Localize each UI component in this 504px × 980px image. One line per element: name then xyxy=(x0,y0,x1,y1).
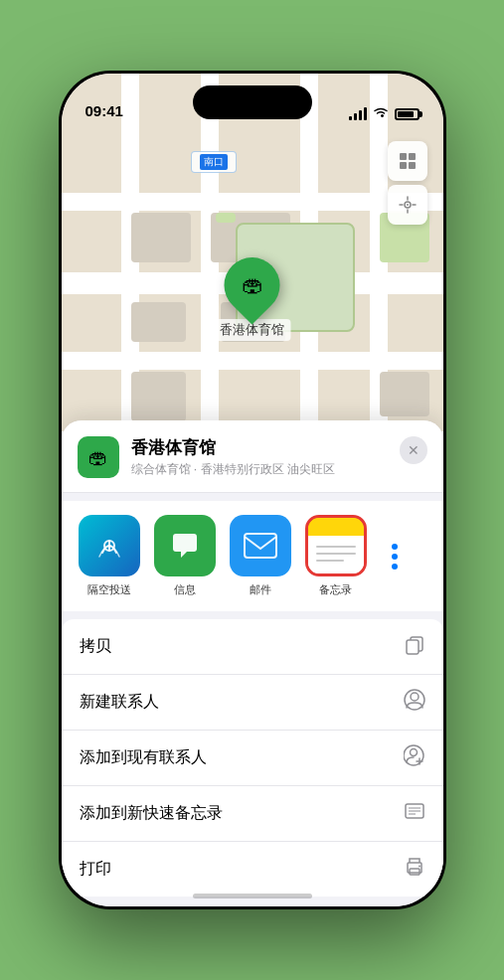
messages-icon xyxy=(154,515,216,576)
share-item-messages[interactable]: 信息 xyxy=(153,515,217,597)
action-list: 拷贝 新建联系人 xyxy=(62,619,443,897)
battery-icon xyxy=(395,108,420,120)
status-time: 09:41 xyxy=(85,102,123,121)
add-existing-contact-icon xyxy=(404,744,425,771)
mail-icon xyxy=(230,515,291,576)
airdrop-icon xyxy=(79,515,140,576)
more-dots-icon xyxy=(392,544,398,570)
map-type-button[interactable] xyxy=(388,141,427,181)
svg-rect-0 xyxy=(400,153,407,160)
svg-rect-8 xyxy=(245,534,276,558)
new-contact-icon xyxy=(404,689,425,716)
share-item-airdrop[interactable]: 隔空投送 xyxy=(78,515,141,597)
venue-subtitle: 综合体育馆 · 香港特别行政区 油尖旺区 xyxy=(131,461,388,478)
svg-point-23 xyxy=(419,866,420,868)
phone-frame: 09:41 xyxy=(59,71,446,909)
share-row: 隔空投送 信息 xyxy=(62,501,443,611)
action-new-contact[interactable]: 新建联系人 xyxy=(62,675,443,731)
notes-icon xyxy=(305,515,367,576)
venue-icon: 🏟 xyxy=(78,436,119,478)
dynamic-island xyxy=(193,85,312,119)
print-icon xyxy=(404,856,425,883)
phone-screen: 09:41 xyxy=(62,74,443,906)
svg-point-13 xyxy=(410,749,417,756)
share-item-notes[interactable]: 备忘录 xyxy=(304,515,368,597)
share-more[interactable] xyxy=(380,515,410,597)
action-add-existing-label: 添加到现有联系人 xyxy=(80,747,207,768)
home-indicator xyxy=(193,894,312,898)
share-notes-label: 备忘录 xyxy=(319,582,352,597)
copy-icon xyxy=(404,633,425,660)
map-location-label: 南口 xyxy=(191,151,237,173)
close-button[interactable]: ✕ xyxy=(400,436,427,464)
venue-info: 香港体育馆 综合体育馆 · 香港特别行政区 油尖旺区 xyxy=(131,436,388,478)
svg-rect-1 xyxy=(409,153,416,160)
share-messages-label: 信息 xyxy=(174,582,196,597)
location-button[interactable] xyxy=(388,185,427,225)
action-copy[interactable]: 拷贝 xyxy=(62,619,443,675)
signal-icon xyxy=(349,107,367,120)
bottom-sheet: 🏟 香港体育馆 综合体育馆 · 香港特别行政区 油尖旺区 ✕ xyxy=(62,420,443,906)
svg-rect-3 xyxy=(409,162,416,169)
action-print-label: 打印 xyxy=(80,859,111,880)
action-add-existing-contact[interactable]: 添加到现有联系人 xyxy=(62,731,443,786)
quick-note-icon xyxy=(404,800,425,827)
action-new-contact-label: 新建联系人 xyxy=(80,692,159,713)
svg-rect-2 xyxy=(400,162,407,169)
svg-point-11 xyxy=(411,693,419,701)
share-airdrop-label: 隔空投送 xyxy=(87,582,131,597)
map-controls xyxy=(388,141,427,229)
action-copy-label: 拷贝 xyxy=(80,636,111,657)
share-mail-label: 邮件 xyxy=(250,582,271,597)
action-quick-note-label: 添加到新快速备忘录 xyxy=(80,803,223,824)
svg-point-5 xyxy=(407,204,409,206)
stadium-marker: 🏟 香港体育馆 xyxy=(214,257,290,341)
wifi-icon xyxy=(373,106,389,121)
action-add-quick-note[interactable]: 添加到新快速备忘录 xyxy=(62,786,443,842)
venue-header: 🏟 香港体育馆 综合体育馆 · 香港特别行政区 油尖旺区 ✕ xyxy=(62,420,443,493)
svg-rect-10 xyxy=(407,640,419,654)
status-icons xyxy=(349,106,420,121)
share-item-mail[interactable]: 邮件 xyxy=(229,515,292,597)
venue-name: 香港体育馆 xyxy=(131,436,388,459)
action-print[interactable]: 打印 xyxy=(62,842,443,897)
svg-rect-22 xyxy=(410,869,420,875)
